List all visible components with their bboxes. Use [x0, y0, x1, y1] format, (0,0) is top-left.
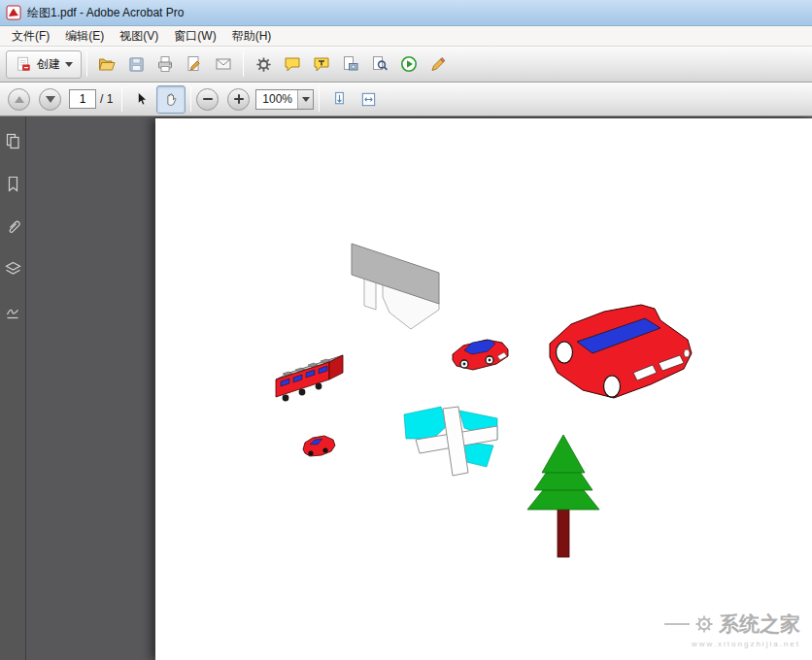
hand-tool-button[interactable]	[156, 85, 186, 114]
fit-page-icon	[359, 90, 378, 109]
sign-pen-icon	[185, 54, 204, 74]
create-button[interactable]: 创建	[6, 50, 82, 79]
save-button[interactable]	[121, 50, 151, 79]
scroll-mode-button[interactable]	[324, 85, 354, 114]
envelope-icon	[214, 54, 233, 74]
toolbar-separator	[319, 86, 320, 112]
convert-button[interactable]	[394, 50, 423, 79]
hand-tool-icon	[162, 90, 180, 108]
arrow-up-icon	[15, 96, 24, 103]
sign-button[interactable]	[180, 50, 209, 79]
large-car-wheel	[604, 376, 621, 397]
drawing-canvas	[155, 118, 812, 660]
text-comment-button[interactable]	[307, 50, 336, 79]
large-car-headlight	[684, 349, 690, 357]
watermark-brand: 系统之家	[719, 610, 800, 638]
window-title: 绘图1.pdf - Adobe Acrobat Pro	[27, 5, 184, 21]
toolbar-separator	[190, 86, 191, 112]
chevron-down-icon	[65, 62, 73, 67]
main-toolbar: 创建	[0, 47, 812, 82]
zoom-out-button[interactable]	[196, 88, 219, 111]
road-crossing-drawing	[404, 407, 497, 476]
settings-button[interactable]	[249, 50, 278, 79]
page-thumbnails-icon	[5, 133, 21, 149]
prev-page-button[interactable]	[8, 88, 30, 111]
tree-trunk	[558, 510, 569, 557]
toolbar-separator	[86, 51, 87, 77]
signature-icon	[5, 304, 21, 320]
menu-window[interactable]: 窗口(W)	[166, 26, 223, 47]
edit-button[interactable]	[423, 50, 453, 79]
comment-bubble-icon	[283, 54, 302, 74]
menubar: 文件(F) 编辑(E) 视图(V) 窗口(W) 帮助(H)	[0, 26, 812, 47]
watermark-row: 系统之家	[664, 610, 800, 638]
comment-button[interactable]	[278, 50, 307, 79]
select-cursor-icon	[133, 90, 151, 108]
acrobat-window: 绘图1.pdf - Adobe Acrobat Pro 文件(F) 编辑(E) …	[0, 0, 812, 660]
bus-wheel	[299, 389, 306, 396]
zoom-level-select[interactable]: 100%	[255, 89, 314, 110]
watermark-site: www.xitongzhijia.net	[692, 640, 800, 648]
open-button[interactable]	[92, 50, 121, 79]
mini-car-wheel	[322, 447, 327, 452]
plus-icon	[234, 94, 244, 104]
bookmark-icon	[5, 176, 21, 192]
open-folder-icon	[97, 54, 117, 74]
layers-icon	[5, 261, 21, 278]
document-page[interactable]: 系统之家 www.xitongzhijia.net	[155, 118, 812, 660]
watermark: 系统之家 www.xitongzhijia.net	[664, 610, 800, 648]
main-area: 系统之家 www.xitongzhijia.net	[0, 116, 812, 660]
pine-tree-drawing	[527, 435, 599, 557]
toolbar-separator	[243, 51, 244, 77]
zoom-in-button[interactable]	[227, 88, 250, 111]
fit-page-button[interactable]	[354, 85, 383, 114]
attachments-panel-button[interactable]	[1, 214, 24, 239]
crossing-water	[404, 407, 448, 439]
large-car-drawing	[550, 305, 692, 398]
signatures-panel-button[interactable]	[1, 299, 24, 324]
toolbar-separator	[121, 86, 122, 112]
arrow-down-icon	[46, 96, 55, 103]
billboard-drawing	[352, 244, 439, 329]
bus-wheel	[283, 395, 289, 402]
next-page-button[interactable]	[39, 88, 61, 111]
menu-help[interactable]: 帮助(H)	[224, 26, 280, 47]
convert-export-icon	[399, 54, 419, 74]
nav-panel-strip	[0, 116, 26, 660]
small-car-hub	[463, 363, 466, 366]
chevron-down-icon	[302, 97, 310, 102]
layers-panel-button[interactable]	[1, 256, 24, 281]
select-tool-button[interactable]	[127, 85, 156, 114]
email-button[interactable]	[209, 50, 238, 79]
watermark-dash	[664, 623, 690, 625]
bookmarks-panel-button[interactable]	[1, 171, 24, 196]
page-number-input[interactable]	[69, 89, 96, 109]
menu-view[interactable]: 视图(V)	[112, 26, 166, 47]
snapshot-icon	[341, 54, 360, 74]
gear-icon	[254, 55, 273, 74]
snapshot-button[interactable]	[336, 50, 365, 79]
tree-tier	[542, 435, 585, 473]
search-button[interactable]	[365, 50, 394, 79]
mini-car-wheel	[308, 450, 313, 455]
zoom-dropdown-button[interactable]	[297, 90, 313, 109]
watermark-gear-icon	[694, 614, 714, 634]
printer-icon	[155, 54, 175, 74]
zoom-level-value: 100%	[256, 92, 297, 106]
titlebar[interactable]: 绘图1.pdf - Adobe Acrobat Pro	[0, 0, 812, 26]
save-icon	[127, 55, 146, 74]
page-total-label: / 1	[100, 92, 113, 106]
minus-icon	[203, 98, 213, 100]
menu-edit[interactable]: 编辑(E)	[57, 26, 112, 47]
nav-toolbar: / 1 100%	[0, 82, 812, 116]
mini-car-body	[303, 436, 335, 456]
large-car-wheel	[557, 342, 573, 363]
scroll-mode-icon	[330, 90, 349, 109]
pages-panel-button[interactable]	[1, 128, 24, 153]
edit-pencil-icon	[428, 54, 448, 74]
menu-file[interactable]: 文件(F)	[4, 26, 57, 47]
small-car-hub	[489, 359, 491, 362]
print-button[interactable]	[151, 50, 180, 79]
bus-drawing	[276, 355, 343, 401]
text-comment-icon	[312, 54, 331, 74]
